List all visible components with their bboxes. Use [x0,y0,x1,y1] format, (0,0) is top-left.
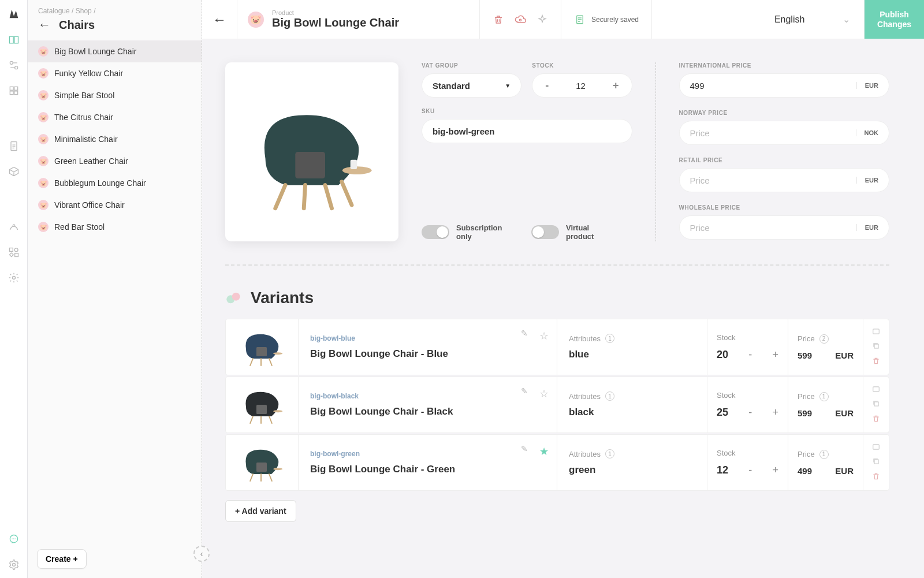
publish-button[interactable]: Publish Changes [865,0,924,39]
svg-point-7 [13,225,14,226]
sidebar-item[interactable]: 🐷Green Leather Chair [28,150,202,172]
pencil-icon[interactable]: ✎ [521,386,528,396]
card-icon[interactable] [871,327,881,337]
card-icon[interactable] [871,443,881,453]
svg-line-34 [250,416,253,423]
sidebar-item-label: Minimalistic Chair [54,135,118,144]
svg-line-21 [325,185,332,208]
clipboard-nav-icon[interactable] [8,140,20,152]
icon-rail [0,0,28,578]
svg-point-0 [10,61,13,64]
plus-icon[interactable]: + [772,407,778,419]
sidebar-item-label: Big Bowl Lounge Chair [54,47,136,56]
sidebar-item[interactable]: 🐷Red Bar Stool [28,216,202,238]
subscription-toggle[interactable] [422,225,449,239]
add-variant-button[interactable]: + Add variant [225,500,296,522]
sidebar-item[interactable]: 🐷The Citrus Chair [28,106,202,128]
price-input[interactable]: 499 EUR [679,73,890,98]
pencil-icon[interactable]: ✎ [521,329,528,338]
piggy-icon: 🐷 [38,200,49,210]
cloud-sync-icon[interactable] [515,14,526,25]
price-input[interactable]: Price EUR [679,168,890,192]
delete-icon[interactable] [872,415,880,424]
variant-stock-value: 25 [717,407,728,419]
sidebar-item[interactable]: 🐷Funky Yellow Chair [28,62,202,84]
svg-rect-31 [874,345,878,349]
sidebar-item[interactable]: 🐷Minimalistic Chair [28,128,202,150]
sku-field[interactable] [433,126,621,136]
attributes-label: Attributes 1 [569,334,695,343]
gear-nav-icon[interactable] [8,271,20,284]
minus-icon[interactable]: - [543,80,551,92]
nav-icon-2[interactable] [8,59,20,72]
sidebar-item-label: Bubblegum Lounge Chair [54,178,146,188]
sidebar: Catalogue / Shop / ← Chairs 🐷Big Bowl Lo… [28,0,202,578]
variant-thumbnail[interactable] [226,377,299,432]
product-image[interactable] [225,62,398,241]
nav-icon-6[interactable] [8,221,20,233]
copy-icon[interactable] [871,400,881,409]
price-input[interactable]: Price NOK [679,121,890,145]
variant-thumbnail[interactable] [226,319,299,375]
plus-icon[interactable]: + [772,464,778,476]
box-nav-icon[interactable] [8,165,20,178]
variant-price-label: Price 2 [798,334,854,344]
breadcrumb[interactable]: Catalogue / Shop / [38,7,191,15]
vat-group-select[interactable]: Standard ▼ [422,73,521,98]
pencil-icon[interactable]: ✎ [521,444,528,453]
piggy-icon: 🐷 [38,178,49,188]
copy-icon[interactable] [871,342,881,352]
language-selector[interactable]: English ⌄ [761,0,865,39]
sidebar-item[interactable]: 🐷Big Bowl Lounge Chair [28,40,202,62]
language-label: English [774,14,804,25]
settings-icon[interactable] [8,558,20,571]
nav-icon-3[interactable] [8,84,20,97]
stock-stepper[interactable]: - 12 + [532,73,632,98]
sparkle-icon[interactable] [536,14,548,25]
main-back-arrow-icon[interactable]: ← [202,0,237,39]
card-icon[interactable] [871,385,881,395]
variant-thumbnail[interactable] [226,435,299,490]
piggy-icon: 🐷 [38,46,49,57]
svg-rect-39 [256,463,267,472]
sku-label: SKU [422,108,632,114]
plus-icon[interactable]: + [772,349,778,361]
back-arrow-icon[interactable]: ← [38,17,51,32]
catalogue-nav-icon[interactable] [8,33,20,46]
price-label: WHOLESALE PRICE [679,204,890,211]
chevron-down-icon: ⌄ [843,14,850,25]
svg-point-13 [12,564,15,566]
star-icon[interactable]: ★ [539,445,549,458]
svg-rect-37 [873,387,880,391]
virtual-toggle[interactable] [531,225,559,239]
minus-icon[interactable]: - [748,407,752,419]
create-button[interactable]: Create + [37,549,87,569]
plus-icon[interactable]: + [610,80,621,92]
delete-icon[interactable] [872,357,880,367]
trash-icon[interactable] [493,14,504,25]
document-check-icon [574,14,586,25]
chat-icon[interactable] [8,533,20,546]
price-input[interactable]: Price EUR [679,215,890,240]
variant-price-value: 499 [798,466,812,476]
attributes-label: Attributes 1 [569,391,695,401]
sku-input[interactable] [422,119,632,143]
copy-icon[interactable] [871,457,881,467]
sidebar-item[interactable]: 🐷Bubblegum Lounge Chair [28,172,202,194]
sidebar-item-label: Red Bar Stool [54,222,105,232]
sidebar-item[interactable]: 🐷Simple Bar Stool [28,84,202,106]
nav-icon-7[interactable] [8,246,20,259]
variants-icon [225,290,241,306]
variant-stock-label: Stock [717,333,778,342]
star-icon[interactable]: ☆ [539,387,549,400]
star-icon[interactable]: ☆ [539,330,549,342]
svg-line-36 [269,416,272,423]
variant-price-currency: EUR [835,466,854,476]
minus-icon[interactable]: - [748,464,752,476]
variant-price-label: Price 1 [798,392,854,401]
sidebar-item[interactable]: 🐷Vibrant Office Chair [28,194,202,216]
delete-icon[interactable] [872,472,880,482]
minus-icon[interactable]: - [748,349,752,361]
app-logo[interactable] [7,7,21,21]
collapse-sidebar-icon[interactable]: ‹ [193,546,210,562]
